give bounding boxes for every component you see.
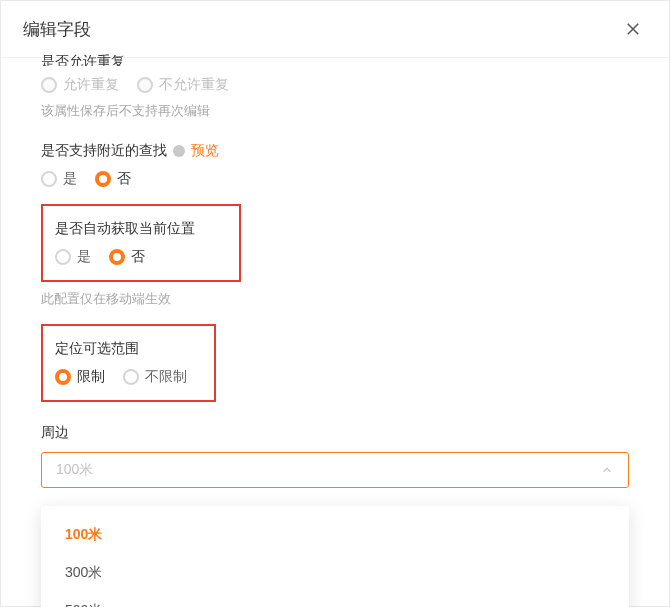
radio-label: 限制 (77, 368, 105, 386)
range-highlight: 定位可选范围 限制 不限制 (41, 324, 216, 402)
allow-repeat-label: 是否允许重复 (41, 52, 629, 66)
chevron-up-icon (600, 463, 614, 477)
auto-location-group: 是 否 (55, 248, 223, 266)
radio-label: 否 (117, 170, 131, 188)
nearby-search-label: 是否支持附近的查找 预览 (41, 142, 629, 160)
radio-icon (41, 171, 57, 187)
perimeter-select[interactable]: 100米 (41, 452, 629, 488)
radio-label: 是 (63, 170, 77, 188)
range-label: 定位可选范围 (55, 340, 198, 358)
perimeter-dropdown: 100米 300米 500米 1000米 2000米 (41, 506, 629, 607)
radio-label: 不限制 (145, 368, 187, 386)
dialog-body: 是否允许重复 允许重复 不允许重复 该属性保存后不支持再次编辑 是否支持附近的查… (1, 52, 669, 508)
radio-icon (137, 77, 153, 93)
radio-icon (109, 249, 125, 265)
radio-icon (95, 171, 111, 187)
perimeter-option[interactable]: 100米 (41, 516, 629, 554)
perimeter-select-wrap: 100米 100米 300米 500米 1000米 2000米 (41, 452, 629, 488)
auto-location-hint: 此配置仅在移动端生效 (41, 290, 629, 308)
radio-icon (41, 77, 57, 93)
preview-link[interactable]: 预览 (191, 142, 219, 160)
nearby-yes[interactable]: 是 (41, 170, 77, 188)
info-dot-icon (173, 145, 185, 157)
dialog-header: 编辑字段 (1, 1, 669, 58)
perimeter-option[interactable]: 500米 (41, 592, 629, 607)
range-limit[interactable]: 限制 (55, 368, 105, 386)
dialog-title: 编辑字段 (23, 18, 91, 41)
range-group: 限制 不限制 (55, 368, 198, 386)
radio-label: 否 (131, 248, 145, 266)
range-nolimit[interactable]: 不限制 (123, 368, 187, 386)
nearby-no[interactable]: 否 (95, 170, 131, 188)
perimeter-label: 周边 (41, 424, 629, 442)
auto-location-label: 是否自动获取当前位置 (55, 220, 223, 238)
radio-label: 是 (77, 248, 91, 266)
radio-icon (55, 369, 71, 385)
close-button[interactable] (619, 15, 647, 43)
allow-repeat-no[interactable]: 不允许重复 (137, 76, 229, 94)
nearby-search-group: 是 否 (41, 170, 629, 188)
allow-repeat-hint: 该属性保存后不支持再次编辑 (41, 102, 629, 120)
radio-icon (123, 369, 139, 385)
perimeter-option[interactable]: 300米 (41, 554, 629, 592)
allow-repeat-yes[interactable]: 允许重复 (41, 76, 119, 94)
perimeter-value: 100米 (56, 461, 93, 479)
radio-label: 不允许重复 (159, 76, 229, 94)
close-icon (624, 20, 642, 38)
auto-loc-no[interactable]: 否 (109, 248, 145, 266)
radio-icon (55, 249, 71, 265)
auto-loc-yes[interactable]: 是 (55, 248, 91, 266)
radio-label: 允许重复 (63, 76, 119, 94)
allow-repeat-group: 允许重复 不允许重复 (41, 76, 629, 94)
auto-location-highlight: 是否自动获取当前位置 是 否 (41, 204, 241, 282)
edit-field-dialog: 编辑字段 是否允许重复 允许重复 不允许重复 该属性保存后不支持再次编辑 是否支… (0, 0, 670, 607)
